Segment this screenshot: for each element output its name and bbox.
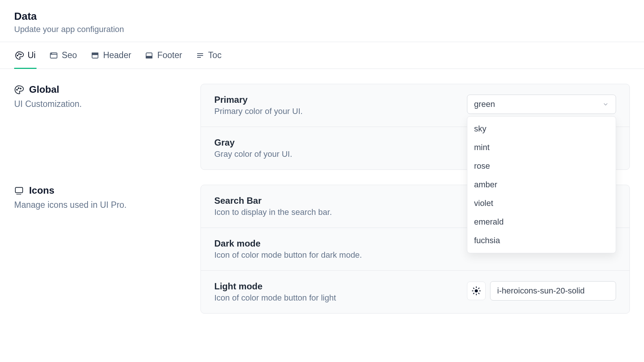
tabs: Ui Seo Header xyxy=(0,42,644,69)
dropdown-option-sky[interactable]: sky xyxy=(467,120,616,138)
field-label: Primary xyxy=(214,95,456,105)
svg-rect-7 xyxy=(92,53,98,55)
sun-icon xyxy=(471,286,481,296)
section-desc: Manage icons used in UI Pro. xyxy=(14,200,186,210)
lightmode-icon-input[interactable]: i-heroicons-sun-20-solid xyxy=(490,281,616,301)
tab-label: Seo xyxy=(62,50,77,60)
field-primary: Primary Primary color of your UI. green … xyxy=(201,84,629,127)
field-label: Light mode xyxy=(214,281,456,292)
field-label: Gray xyxy=(214,137,456,148)
tab-toc[interactable]: Toc xyxy=(195,42,222,69)
page-subtitle: Update your app configuration xyxy=(14,25,630,34)
field-desc: Primary color of your UI. xyxy=(214,107,456,116)
section-title: Icons xyxy=(29,185,54,196)
lightmode-icon-preview xyxy=(467,282,486,300)
svg-point-14 xyxy=(18,88,19,89)
svg-line-29 xyxy=(479,288,479,289)
field-label: Dark mode xyxy=(214,238,456,249)
section-global: Global UI Customization. Primary Primary… xyxy=(14,84,630,170)
page-title: Data xyxy=(14,10,630,22)
dropdown-option-mint[interactable]: mint xyxy=(467,138,616,157)
tab-label: Toc xyxy=(208,50,222,60)
svg-point-21 xyxy=(475,289,478,293)
tab-footer[interactable]: Footer xyxy=(144,42,183,69)
tab-label: Ui xyxy=(28,50,36,60)
svg-line-24 xyxy=(473,288,474,289)
dropdown-option-rose[interactable]: rose xyxy=(467,157,616,175)
svg-line-28 xyxy=(473,293,474,294)
section-desc: UI Customization. xyxy=(14,99,186,109)
field-desc: Gray color of your UI. xyxy=(214,149,456,159)
field-desc: Icon of color mode button for dark mode. xyxy=(214,250,456,260)
primary-color-dropdown: sky mint rose amber violet emerald fuchs… xyxy=(467,116,616,253)
svg-point-5 xyxy=(51,53,51,54)
tab-header[interactable]: Header xyxy=(90,42,132,69)
dropdown-option-violet[interactable]: violet xyxy=(467,194,616,213)
page-header: Data Update your app configuration xyxy=(0,0,644,42)
svg-point-15 xyxy=(20,88,21,89)
dropdown-option-fuchsia[interactable]: fuchsia xyxy=(467,231,616,250)
dropdown-option-emerald[interactable]: emerald xyxy=(467,213,616,231)
svg-point-2 xyxy=(20,54,21,54)
section-title: Global xyxy=(29,84,59,95)
svg-point-0 xyxy=(17,55,18,55)
browser-icon xyxy=(49,51,58,60)
header-icon xyxy=(91,51,100,60)
field-lightmode: Light mode Icon of color mode button for… xyxy=(201,271,629,313)
svg-line-25 xyxy=(479,293,479,294)
footer-icon xyxy=(145,51,154,60)
select-value: green xyxy=(474,99,495,109)
field-desc: Icon to display in the search bar. xyxy=(214,207,456,217)
tab-label: Header xyxy=(103,50,131,60)
tab-seo[interactable]: Seo xyxy=(48,42,78,69)
primary-color-select[interactable]: green xyxy=(467,95,616,114)
palette-icon xyxy=(14,85,24,95)
svg-point-1 xyxy=(19,53,19,54)
tab-ui[interactable]: Ui xyxy=(14,42,37,69)
svg-point-13 xyxy=(16,89,18,90)
palette-icon xyxy=(15,51,24,60)
field-desc: Icon of color mode button for light xyxy=(214,293,456,303)
chevron-down-icon xyxy=(602,101,609,108)
tab-label: Footer xyxy=(157,50,182,60)
monitor-icon xyxy=(14,186,24,196)
svg-rect-16 xyxy=(15,187,23,193)
svg-rect-9 xyxy=(146,56,152,58)
field-label: Search Bar xyxy=(214,196,456,206)
list-icon xyxy=(196,51,205,60)
dropdown-option-amber[interactable]: amber xyxy=(467,175,616,194)
